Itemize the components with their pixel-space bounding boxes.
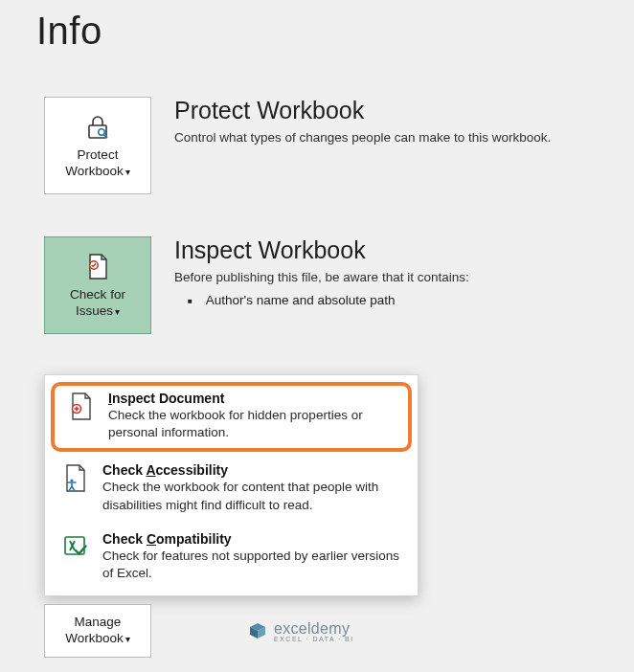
protect-desc: Control what types of changes people can… bbox=[174, 128, 551, 147]
menu-inspect-document-title: Inspect Document bbox=[108, 391, 396, 406]
lock-key-icon bbox=[83, 111, 112, 144]
menu-check-accessibility-title: Check Accessibility bbox=[102, 462, 402, 478]
inspect-bullet: ■ Author's name and absolute path bbox=[174, 293, 469, 307]
menu-check-compatibility-title: Check Compatibility bbox=[102, 531, 402, 547]
check-for-issues-menu: Inspect Document Check the workbook for … bbox=[44, 374, 419, 596]
menu-inspect-document-desc: Check the workbook for hidden properties… bbox=[108, 407, 396, 441]
protect-section: Protect Workbook▾ Protect Workbook Contr… bbox=[0, 97, 634, 194]
watermark-logo: exceldemy EXCEL · DATA · BI bbox=[247, 620, 354, 642]
inspect-desc: Before publishing this file, be aware th… bbox=[174, 268, 469, 287]
bullet-square-icon: ■ bbox=[188, 297, 192, 305]
cube-icon bbox=[247, 621, 268, 642]
check-for-issues-button[interactable]: Check for Issues▾ bbox=[44, 236, 151, 334]
document-accessibility-icon bbox=[62, 464, 89, 493]
inspect-heading: Inspect Workbook bbox=[174, 236, 469, 264]
chevron-down-icon: ▾ bbox=[115, 306, 120, 317]
page-title: Info bbox=[0, 0, 634, 53]
manage-workbook-button[interactable]: Manage Workbook▾ bbox=[44, 604, 151, 658]
menu-check-accessibility[interactable]: Check Accessibility Check the workbook f… bbox=[45, 455, 418, 523]
chevron-down-icon: ▾ bbox=[125, 167, 130, 177]
manage-button-label: Manage Workbook▾ bbox=[65, 615, 130, 647]
chevron-down-icon: ▾ bbox=[125, 634, 130, 644]
protect-button-label: Protect Workbook▾ bbox=[65, 147, 130, 180]
menu-check-compatibility-desc: Check for features not supported by earl… bbox=[102, 548, 402, 582]
menu-check-accessibility-desc: Check the workbook for content that peop… bbox=[102, 479, 402, 513]
excel-check-icon bbox=[62, 533, 89, 562]
svg-point-7 bbox=[70, 480, 73, 482]
svg-rect-0 bbox=[89, 125, 106, 138]
menu-check-compatibility[interactable]: Check Compatibility Check for features n… bbox=[45, 524, 418, 592]
document-check-icon bbox=[84, 251, 111, 283]
protect-heading: Protect Workbook bbox=[174, 97, 551, 124]
inspect-section: Check for Issues▾ Inspect Workbook Befor… bbox=[0, 236, 634, 334]
protect-workbook-button[interactable]: Protect Workbook▾ bbox=[44, 97, 151, 194]
menu-inspect-document[interactable]: Inspect Document Check the workbook for … bbox=[51, 382, 412, 452]
document-inspect-icon bbox=[68, 392, 95, 421]
check-issues-button-label: Check for Issues▾ bbox=[70, 287, 125, 320]
